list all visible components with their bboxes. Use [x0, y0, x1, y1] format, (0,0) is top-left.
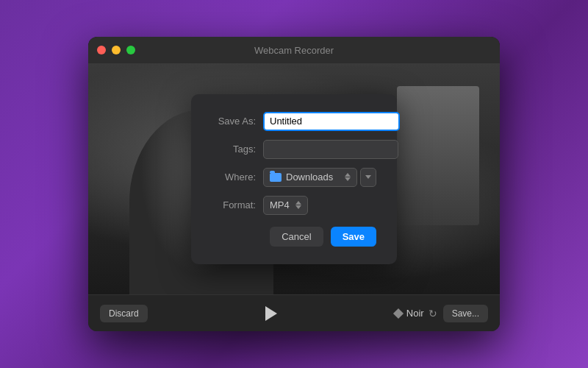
traffic-lights — [97, 46, 135, 54]
save-as-row: Save As: — [212, 112, 376, 131]
tags-label: Tags: — [212, 144, 256, 155]
noir-cycle-icon: ↻ — [429, 308, 437, 319]
noir-label: Noir — [406, 308, 424, 319]
format-arrows — [295, 201, 301, 209]
cancel-button[interactable]: Cancel — [270, 227, 323, 247]
save-button[interactable]: Save — [331, 227, 376, 247]
folder-icon — [270, 173, 282, 182]
chevron-down-icon — [365, 175, 371, 179]
where-select[interactable]: Downloads — [263, 168, 357, 187]
expand-where-button[interactable] — [360, 168, 376, 187]
format-arrow-down-icon — [295, 205, 301, 209]
save-toolbar-button[interactable]: Save... — [443, 305, 488, 322]
video-area: Save As: Tags: Where: Downloads — [88, 63, 500, 294]
tags-input[interactable] — [263, 140, 398, 159]
window-title: Webcam Recorder — [254, 45, 334, 56]
maximize-button[interactable] — [126, 46, 135, 54]
arrow-up-icon — [345, 173, 351, 177]
titlebar: Webcam Recorder — [88, 37, 500, 63]
where-label: Where: — [212, 171, 256, 183]
where-select-arrows — [345, 173, 351, 181]
save-as-label: Save As: — [212, 116, 256, 127]
minimize-button[interactable] — [112, 46, 121, 54]
arrow-down-icon — [345, 177, 351, 181]
save-as-input[interactable] — [263, 112, 400, 131]
close-button[interactable] — [97, 46, 106, 54]
app-window: Webcam Recorder Save As: Tags: Where: — [88, 37, 500, 331]
format-row: Format: MP4 — [212, 196, 376, 215]
dialog-overlay: Save As: Tags: Where: Downloads — [88, 63, 500, 294]
play-button[interactable] — [157, 306, 386, 321]
discard-button[interactable]: Discard — [100, 305, 148, 322]
toolbar-right: Noir ↻ Save... — [395, 305, 488, 322]
tags-row: Tags: — [212, 140, 376, 159]
where-value: Downloads — [286, 171, 333, 183]
save-dialog: Save As: Tags: Where: Downloads — [191, 94, 397, 264]
toolbar: Discard Noir ↻ Save... — [88, 294, 500, 331]
format-select[interactable]: MP4 — [263, 196, 308, 215]
where-container: Downloads — [263, 168, 376, 187]
diamond-icon — [393, 308, 404, 318]
where-row: Where: Downloads — [212, 168, 376, 187]
format-value: MP4 — [270, 199, 290, 210]
noir-button[interactable]: Noir ↻ — [395, 308, 437, 319]
format-arrow-up-icon — [295, 201, 301, 205]
play-icon — [265, 306, 277, 321]
dialog-buttons: Cancel Save — [212, 227, 376, 247]
format-label: Format: — [212, 199, 256, 210]
